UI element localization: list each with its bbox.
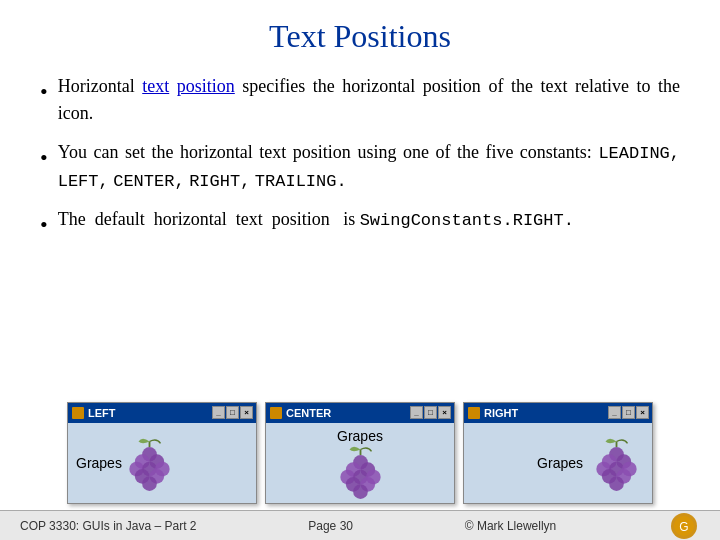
svg-point-8 (142, 476, 157, 491)
maximize-btn-left[interactable]: □ (226, 406, 239, 419)
svg-point-18 (353, 484, 368, 499)
grapes-image-center (333, 444, 388, 499)
minimize-btn-left[interactable]: _ (212, 406, 225, 419)
titlebar-label-right: RIGHT (484, 407, 518, 419)
grapes-label-center: Grapes (337, 428, 383, 444)
page-title: Text Positions (20, 18, 700, 55)
svg-text:G: G (679, 520, 688, 534)
minimize-btn-center[interactable]: _ (410, 406, 423, 419)
bullet-text-1: Horizontal text position specifies the h… (58, 73, 680, 127)
titlebar-controls-right[interactable]: _ □ × (608, 406, 649, 419)
code-left: LEFT, (58, 172, 109, 191)
code-right: RIGHT, (189, 172, 250, 191)
screenshot-center: CENTER _ □ × Grapes (265, 402, 455, 504)
highlight-text: text (142, 76, 169, 96)
grapes-image-right (589, 436, 644, 491)
screenshot-right: RIGHT _ □ × Grapes (463, 402, 653, 504)
code-center: CENTER, (113, 172, 184, 191)
code-trailing: TRAILING. (255, 172, 347, 191)
close-btn-right[interactable]: × (636, 406, 649, 419)
svg-point-28 (609, 476, 624, 491)
code-swingconstants: SwingConstants.RIGHT. (360, 211, 574, 230)
screenshots-row: LEFT _ □ × Grapes (0, 392, 720, 510)
maximize-btn-right[interactable]: □ (622, 406, 635, 419)
titlebar-left: LEFT _ □ × (68, 403, 256, 423)
content-area: • Horizontal text position specifies the… (0, 65, 720, 392)
maximize-btn-center[interactable]: □ (424, 406, 437, 419)
footer-logo: G (668, 512, 700, 540)
titlebar-controls-center[interactable]: _ □ × (410, 406, 451, 419)
bullet-text-2: You can set the horizontal text position… (58, 139, 680, 194)
titlebar-controls-left[interactable]: _ □ × (212, 406, 253, 419)
titlebar-label-center: CENTER (286, 407, 331, 419)
screenshot-left: LEFT _ □ × Grapes (67, 402, 257, 504)
titlebar-right: RIGHT _ □ × (464, 403, 652, 423)
grapes-label-right: Grapes (537, 455, 583, 471)
titlebar-center: CENTER _ □ × (266, 403, 454, 423)
highlight-position: position (177, 76, 235, 96)
bullet-dot-2: • (40, 141, 48, 174)
titlebar-label-left: LEFT (88, 407, 116, 419)
close-btn-left[interactable]: × (240, 406, 253, 419)
main-container: Text Positions • Horizontal text positio… (0, 0, 720, 540)
bullet-item-1: • Horizontal text position specifies the… (40, 73, 680, 127)
bullet-dot-3: • (40, 208, 48, 241)
footer-bar: COP 3330: GUIs in Java – Part 2 Page 30 … (0, 510, 720, 540)
code-leading: LEADING, (598, 144, 680, 163)
bullet-item-3: • The default horizontal text position i… (40, 206, 680, 241)
screenshot-body-left: Grapes (68, 423, 256, 503)
titlebar-icon-right (468, 407, 480, 419)
titlebar-icon-left (72, 407, 84, 419)
titlebar-icon-center (270, 407, 282, 419)
minimize-btn-right[interactable]: _ (608, 406, 621, 419)
footer-center: Page 30 (308, 519, 353, 533)
footer-right: © Mark Llewellyn (465, 519, 557, 533)
grapes-image-left (122, 436, 177, 491)
bullet-text-3: The default horizontal text position is … (58, 206, 680, 234)
title-area: Text Positions (0, 0, 720, 65)
close-btn-center[interactable]: × (438, 406, 451, 419)
grapes-label-left: Grapes (76, 455, 122, 471)
screenshot-body-center: Grapes (266, 423, 454, 503)
bullet-dot-1: • (40, 75, 48, 108)
screenshot-body-right: Grapes (464, 423, 652, 503)
footer-left: COP 3330: GUIs in Java – Part 2 (20, 519, 197, 533)
bullet-item-2: • You can set the horizontal text positi… (40, 139, 680, 194)
